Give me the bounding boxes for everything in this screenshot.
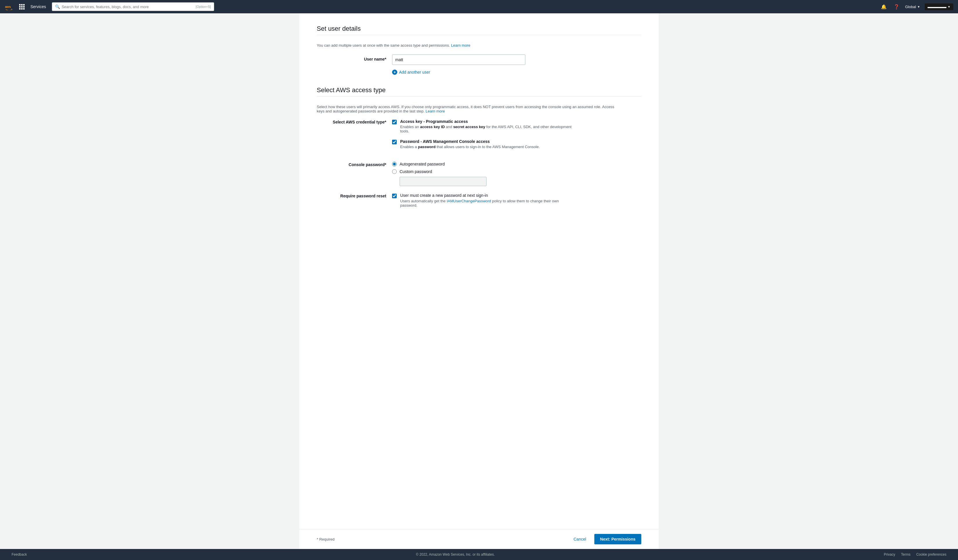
- main-content: Set user details You can add multiple us…: [299, 13, 659, 529]
- next-permissions-button[interactable]: Next: Permissions: [594, 534, 641, 544]
- programmatic-access-option: Access key - Programmatic access Enables…: [392, 119, 641, 133]
- grid-icon: [19, 4, 25, 10]
- access-learn-more-link[interactable]: Learn more: [426, 109, 445, 113]
- search-icon: 🔍: [55, 4, 60, 9]
- cancel-button[interactable]: Cancel: [569, 535, 591, 544]
- programmatic-access-desc: Enables an access key ID and secret acce…: [400, 125, 574, 133]
- learn-more-link[interactable]: Learn more: [451, 43, 470, 48]
- console-access-option: Password - AWS Management Console access…: [392, 139, 641, 149]
- username-input[interactable]: [392, 54, 525, 65]
- access-type-title: Select AWS access type: [317, 86, 641, 94]
- chevron-down-icon: ▼: [917, 5, 920, 8]
- terms-link[interactable]: Terms: [901, 552, 910, 557]
- custom-password-option: Custom password: [392, 169, 641, 174]
- console-password-label: Console password*: [317, 162, 392, 167]
- help-icon[interactable]: ❓: [893, 3, 901, 11]
- section-title: Set user details: [317, 25, 641, 32]
- region-label: Global: [905, 5, 916, 9]
- require-reset-label: Require password reset: [317, 193, 392, 198]
- password-input[interactable]: [400, 177, 487, 186]
- credential-type-row: Select AWS credential type* Access key -…: [317, 119, 641, 155]
- search-shortcut: [Option+S]: [196, 5, 211, 8]
- services-button[interactable]: Services: [28, 3, 48, 10]
- search-input[interactable]: [62, 5, 194, 9]
- required-note: * Required: [317, 537, 335, 541]
- footer-actions: Cancel Next: Permissions: [569, 534, 641, 544]
- access-description: Select how these users will primarily ac…: [317, 105, 618, 113]
- bottom-bar: Feedback © 2022, Amazon Web Services, In…: [0, 549, 958, 560]
- footer-bar: * Required Cancel Next: Permissions: [299, 529, 659, 549]
- autogenerated-password-option: Autogenerated password: [392, 162, 641, 167]
- account-button[interactable]: ▬▬▬▬▬ ▼: [925, 3, 953, 10]
- access-divider: [317, 96, 641, 97]
- svg-text:aws: aws: [5, 5, 11, 8]
- access-type-section: Select AWS access type Select how these …: [317, 86, 641, 208]
- reset-content: User must create a new password at next …: [392, 193, 574, 208]
- require-reset-checkbox[interactable]: [392, 194, 397, 198]
- nav-right: 🔔 ❓ Global ▼ ▬▬▬▬▬ ▼: [880, 3, 953, 11]
- reset-main-text: User must create a new password at next …: [400, 193, 574, 198]
- add-another-user-button[interactable]: + Add another user: [392, 70, 641, 75]
- require-reset-row: Require password reset User must create …: [317, 193, 641, 208]
- account-label: ▬▬▬▬▬: [928, 5, 947, 9]
- custom-label: Custom password: [400, 169, 432, 174]
- credential-type-label: Select AWS credential type*: [317, 119, 392, 124]
- cookie-preferences-link[interactable]: Cookie preferences: [916, 552, 947, 557]
- notifications-icon[interactable]: 🔔: [880, 3, 888, 11]
- custom-radio[interactable]: [392, 169, 397, 174]
- console-access-desc: Enables a password that allows users to …: [400, 144, 540, 149]
- credential-options: Access key - Programmatic access Enables…: [392, 119, 641, 155]
- autogenerated-label: Autogenerated password: [400, 162, 445, 167]
- region-selector[interactable]: Global ▼: [905, 5, 920, 9]
- username-row: User name*: [317, 54, 641, 65]
- navbar: aws Services 🔍 [Option+S] 🔔 ❓ Global ▼ ▬…: [0, 0, 958, 13]
- username-field: [392, 54, 641, 65]
- section-divider: [317, 35, 641, 35]
- set-user-details-section: Set user details You can add multiple us…: [317, 25, 641, 75]
- programmatic-access-title: Access key - Programmatic access: [400, 119, 574, 124]
- feedback-button[interactable]: Feedback: [11, 552, 27, 557]
- console-password-options: Autogenerated password Custom password: [392, 162, 641, 186]
- programmatic-access-checkbox[interactable]: [392, 120, 397, 124]
- console-access-title: Password - AWS Management Console access: [400, 139, 540, 144]
- account-chevron-icon: ▼: [948, 5, 950, 8]
- console-access-checkbox[interactable]: [392, 140, 397, 144]
- privacy-link[interactable]: Privacy: [884, 552, 895, 557]
- copyright-text: © 2022, Amazon Web Services, Inc. or its…: [416, 552, 495, 557]
- add-another-user-label: Add another user: [399, 70, 430, 75]
- add-icon: +: [392, 70, 397, 75]
- programmatic-access-text: Access key - Programmatic access Enables…: [400, 119, 574, 133]
- iam-change-password-link[interactable]: IAMUserChangePassword: [447, 199, 491, 203]
- console-password-row: Console password* Autogenerated password…: [317, 162, 641, 186]
- reset-subtext: Users automatically get the IAMUserChang…: [400, 199, 574, 208]
- reset-text: User must create a new password at next …: [400, 193, 574, 208]
- autogenerated-radio[interactable]: [392, 162, 397, 167]
- section-subtitle: You can add multiple users at once with …: [317, 43, 641, 48]
- console-access-text: Password - AWS Management Console access…: [400, 139, 540, 149]
- username-label: User name*: [317, 54, 392, 62]
- password-input-row: [400, 177, 641, 186]
- search-bar[interactable]: 🔍 [Option+S]: [52, 2, 214, 11]
- aws-logo[interactable]: aws: [5, 3, 16, 10]
- bottom-links: Privacy Terms Cookie preferences: [884, 552, 947, 557]
- services-label: Services: [30, 4, 46, 9]
